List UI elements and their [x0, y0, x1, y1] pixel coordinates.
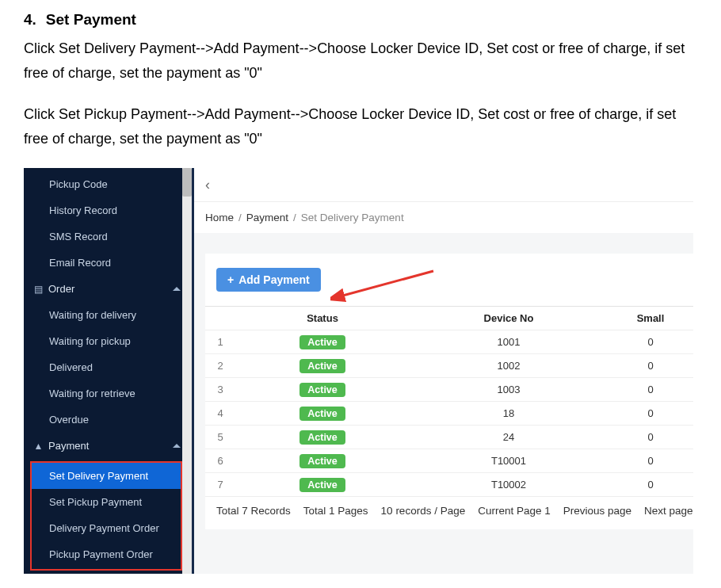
pager-total-records: Total 7 Records [216, 505, 291, 517]
plus-icon: + [227, 273, 234, 286]
cell-device-no: T10001 [410, 449, 608, 473]
table-row[interactable]: 1Active10010 [205, 330, 693, 354]
table-row[interactable]: 7ActiveT100020 [205, 473, 693, 497]
pager-per-page: 10 records / Page [381, 505, 466, 517]
sidebar-item-overdue[interactable]: Overdue [24, 407, 192, 433]
sidebar: Pickup Code History Record SMS Record Em… [24, 168, 194, 574]
table-row[interactable]: 3Active10030 [205, 378, 693, 402]
cell-device-no: 1002 [410, 354, 608, 378]
table-row[interactable]: 5Active240 [205, 426, 693, 449]
cell-index: 2 [205, 354, 235, 378]
cell-index: 5 [205, 426, 235, 449]
breadcrumb-home[interactable]: Home [205, 212, 234, 223]
cell-index: 3 [205, 378, 235, 402]
pager-current: Current Page 1 [478, 505, 551, 517]
doc-heading-number: 4. [24, 11, 36, 28]
sidebar-group-payment[interactable]: ▲ Payment [24, 433, 192, 459]
sidebar-group-order-label: Order [48, 283, 173, 295]
cell-index: 1 [205, 330, 235, 354]
col-device-no: Device No [410, 307, 608, 330]
breadcrumb: Home / Payment / Set Delivery Payment [194, 201, 693, 233]
payment-table: Status Device No Small 1Active100102Acti… [205, 306, 693, 497]
pager-total-pages: Total 1 Pages [303, 505, 368, 517]
chevron-up-icon [173, 287, 181, 291]
table-row[interactable]: 4Active180 [205, 402, 693, 426]
cell-small: 0 [608, 473, 693, 497]
sidebar-item-waiting-pickup[interactable]: Waiting for pickup [24, 328, 192, 354]
doc-paragraph-1: Click Set Delivery Payment-->Add Payment… [24, 36, 697, 85]
sidebar-item-pickup-payment-order[interactable]: Pickup Payment Order [32, 541, 181, 567]
cell-small: 0 [608, 449, 693, 473]
status-badge: Active [299, 478, 345, 492]
col-index [205, 307, 235, 330]
pagination: Total 7 Records Total 1 Pages 10 records… [216, 505, 693, 517]
doc-paragraph-2: Click Set Pickup Payment-->Add Payment--… [24, 102, 697, 151]
main-area: ‹ Home / Payment / Set Delivery Payment … [194, 168, 693, 574]
cell-small: 0 [608, 330, 693, 354]
sidebar-item-waiting-delivery[interactable]: Waiting for delivery [24, 302, 192, 328]
pager-next[interactable]: Next page [644, 505, 693, 517]
sidebar-group-payment-label: Payment [48, 440, 173, 452]
sidebar-item-email-record[interactable]: Email Record [24, 250, 192, 276]
status-badge: Active [299, 359, 345, 373]
sidebar-group-order[interactable]: ▤ Order [24, 276, 192, 302]
doc-heading-title: Set Payment [46, 11, 136, 28]
sidebar-item-delivered[interactable]: Delivered [24, 354, 192, 380]
back-icon[interactable]: ‹ [205, 177, 210, 193]
sidebar-item-sms-record[interactable]: SMS Record [24, 223, 192, 250]
cell-index: 4 [205, 402, 235, 426]
table-header-row: Status Device No Small [205, 307, 693, 330]
sidebar-item-delivery-payment-order[interactable]: Delivery Payment Order [32, 515, 181, 541]
sidebar-scrollbar[interactable] [182, 168, 192, 574]
sidebar-item-history-record[interactable]: History Record [24, 197, 192, 223]
content-panel: + Add Payment Status Device No [205, 254, 693, 529]
app-screenshot: Pickup Code History Record SMS Record Em… [24, 168, 693, 574]
status-badge: Active [299, 335, 345, 349]
sidebar-item-waiting-retrieve[interactable]: Waiting for retrieve [24, 380, 192, 407]
breadcrumb-sep: / [293, 212, 296, 223]
status-badge: Active [299, 454, 345, 468]
status-badge: Active [299, 430, 345, 445]
cell-small: 0 [608, 378, 693, 402]
chevron-up-icon [173, 444, 181, 448]
cell-index: 7 [205, 473, 235, 497]
cell-device-no: 1001 [410, 330, 608, 354]
cell-device-no: 24 [410, 426, 608, 449]
svg-line-0 [340, 271, 433, 296]
cell-small: 0 [608, 426, 693, 449]
status-badge: Active [299, 383, 345, 397]
status-badge: Active [299, 407, 345, 421]
sidebar-item-set-delivery-payment[interactable]: Set Delivery Payment [32, 463, 181, 489]
cell-status: Active [235, 426, 410, 449]
cell-status: Active [235, 402, 410, 426]
doc-heading: 4.Set Payment [24, 11, 697, 29]
cell-device-no: 1003 [410, 378, 608, 402]
sidebar-highlight-box: Set Delivery Payment Set Pickup Payment … [30, 461, 182, 571]
pager-prev[interactable]: Previous page [563, 505, 631, 517]
sidebar-item-set-pickup-payment[interactable]: Set Pickup Payment [32, 489, 181, 515]
cell-status: Active [235, 449, 410, 473]
add-payment-button-label: Add Payment [238, 273, 309, 286]
breadcrumb-sep: / [238, 212, 242, 223]
topbar: ‹ [194, 168, 693, 201]
cell-status: Active [235, 330, 410, 354]
add-payment-button[interactable]: + Add Payment [216, 268, 321, 292]
cell-status: Active [235, 354, 410, 378]
table-row[interactable]: 6ActiveT100010 [205, 449, 693, 473]
cell-device-no: 18 [410, 402, 608, 426]
cell-device-no: T10002 [410, 473, 608, 497]
cell-status: Active [235, 378, 410, 402]
sidebar-item-pickup-code[interactable]: Pickup Code [24, 171, 192, 197]
breadcrumb-payment[interactable]: Payment [246, 212, 288, 223]
payment-icon: ▲ [33, 441, 44, 450]
table-row[interactable]: 2Active10020 [205, 354, 693, 378]
sidebar-scrollbar-thumb[interactable] [182, 168, 192, 197]
order-icon: ▤ [33, 284, 44, 293]
cell-small: 0 [608, 402, 693, 426]
cell-index: 6 [205, 449, 235, 473]
breadcrumb-current: Set Delivery Payment [301, 212, 404, 223]
cell-small: 0 [608, 354, 693, 378]
cell-status: Active [235, 473, 410, 497]
col-status: Status [235, 307, 410, 330]
col-small: Small [608, 307, 693, 330]
